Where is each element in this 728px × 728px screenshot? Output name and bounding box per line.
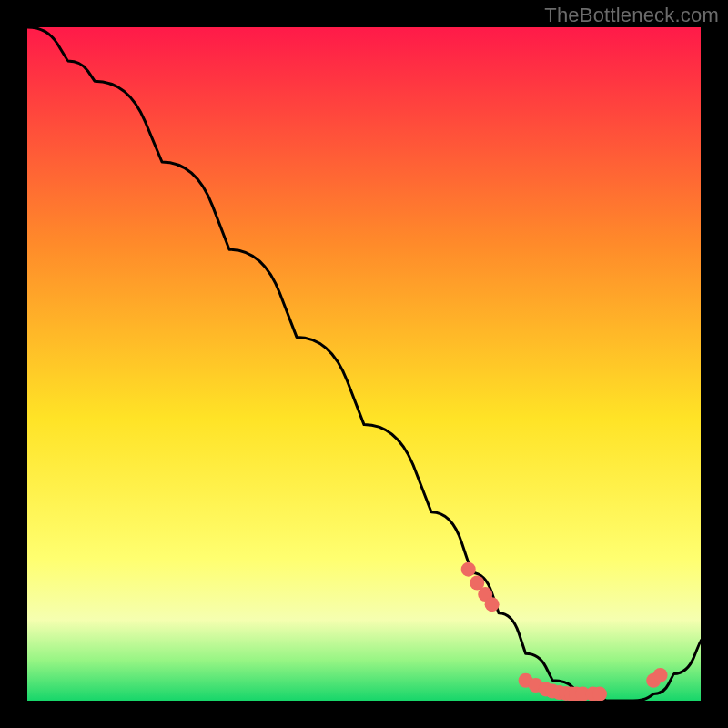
- bottleneck-chart: [27, 27, 701, 701]
- gradient-bg: [27, 27, 701, 701]
- highlight-dot: [592, 687, 607, 701]
- highlight-dot: [461, 562, 476, 577]
- watermark-text: TheBottleneck.com: [544, 4, 719, 27]
- plot-frame: [27, 27, 701, 701]
- highlight-dot: [653, 668, 668, 682]
- chart-stage: TheBottleneck.com: [0, 0, 728, 728]
- highlight-dot: [485, 597, 500, 612]
